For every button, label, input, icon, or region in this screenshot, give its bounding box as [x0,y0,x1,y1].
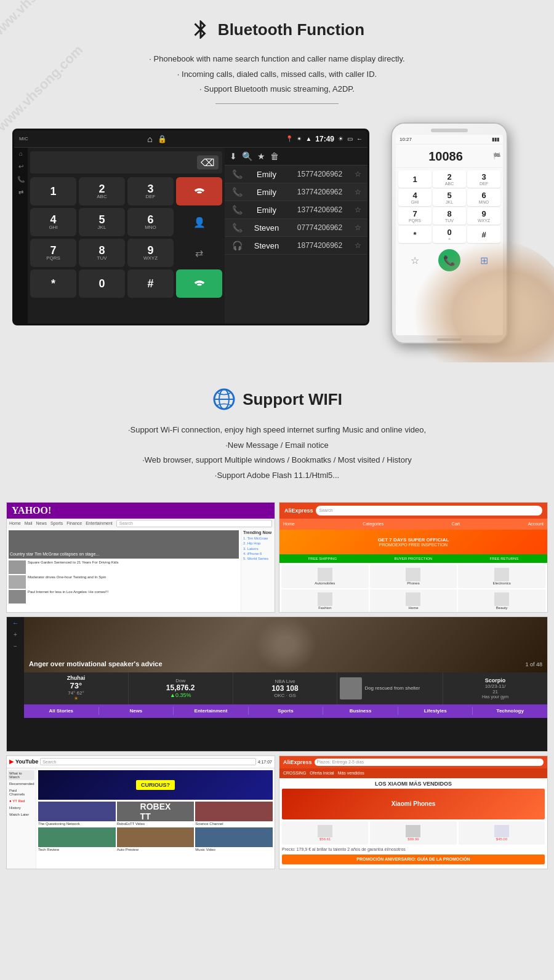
dial-btn-1[interactable]: 1 [30,177,76,205]
contact-row-4[interactable]: 🎧 Steven 18774206962 ☆ [225,237,367,255]
yt-sidebar-home[interactable]: What to Watch [8,770,34,780]
yt-video-5[interactable]: Auto Preview [117,827,195,852]
ali-nav-cart[interactable]: Cart [452,522,460,526]
news-nav-vol[interactable]: + [14,631,17,638]
dial-btn-4[interactable]: 4GHI [30,208,76,236]
dial-btn-7[interactable]: 7PQRS [30,239,76,267]
yahoo-nav-news[interactable]: News [36,521,47,525]
dial-side-contacts[interactable]: 👤 [176,208,222,236]
tab-business[interactable]: Business [323,707,398,715]
yahoo-thumb-1 [9,560,26,574]
backspace-button[interactable]: ⌫ [197,156,219,170]
ali-product-5[interactable]: Home [370,589,457,612]
ali-product-6[interactable]: Beauty [458,589,545,612]
status-bar: MIC ⌂ 🔒 📍 ✴ ▲ 17:49 ☀ ▭ ← [14,130,367,148]
yt-video-4[interactable]: Tech Review [38,827,116,852]
tab-technology[interactable]: Technology [473,707,547,715]
tab-all-stories[interactable]: All Stories [24,707,99,715]
contact-row-1[interactable]: 📞 Emily 13774206962 ☆ [225,183,367,201]
ali2-nav-oferta[interactable]: Oferta Inicial [310,771,334,775]
nav-phone[interactable]: 📞 [17,176,25,183]
yt-video-1[interactable]: The Questioning Network [38,802,116,826]
tab-entertainment[interactable]: Entertainment [174,707,249,715]
dial-btn-9[interactable]: 9WXYZ [127,239,174,267]
yahoo-logo: YAHOO! [12,505,51,516]
phone-btn-4[interactable]: 4GHI [398,189,432,206]
phone-btn-9[interactable]: 9WXYZ [467,207,500,225]
yt-sidebar-paid[interactable]: Paid Channels [8,787,34,797]
dial-btn-hash[interactable]: # [127,269,174,298]
contact-row-3[interactable]: 📞 Steven 07774206962 ☆ [225,219,367,237]
toolbar-star[interactable]: ★ [257,151,265,161]
phone-btn-8[interactable]: 8TUV [433,207,466,225]
ali2-promo-bar[interactable]: PROMOCIÓN ANIVERSARIO: GUÍA DE LA PROMOC… [282,855,545,864]
phone-btn-5[interactable]: 5JKL [433,189,466,206]
tab-lifestyles[interactable]: Lifestyles [398,707,473,715]
ali2-search[interactable]: Plazos: Entrega 2-5 días [315,759,544,766]
phone-star-icon[interactable]: ☆ [411,255,419,266]
phone-btn-7[interactable]: 7PQRS [398,207,432,225]
yahoo-nav-item[interactable]: Home [9,521,21,525]
news-nav-vol2[interactable]: − [14,643,17,650]
yt-search-bar[interactable]: Search [40,758,255,765]
toolbar-search[interactable]: 🔍 [242,151,252,161]
dial-btn-6[interactable]: 6MNO [127,208,174,236]
yahoo-nav-finance[interactable]: Finance [66,521,82,525]
dial-btn-3[interactable]: 3DEF [127,177,174,205]
nav-transfer[interactable]: ⇄ [18,189,23,196]
contact-row-0[interactable]: 📞 Emily 15774206962 ☆ [225,165,367,183]
yahoo-nav-mail[interactable]: Mail [25,521,33,525]
yt-thumb-5 [117,827,195,847]
ali-product-4[interactable]: Fashion [281,589,369,612]
yahoo-thumb-3 [9,590,26,604]
yt-video-2[interactable]: ROBEXTT RoboExTT Video [117,802,195,826]
phone-btn-3[interactable]: 3DEF [467,170,500,188]
nav-home[interactable]: ⌂ [19,150,23,157]
dial-side-transfer[interactable]: ⇄ [176,239,222,267]
phone-btn-2[interactable]: 2ABC [433,170,466,188]
phone-btn-6[interactable]: 6MNO [467,189,500,206]
ali2-nav-crossing[interactable]: CROSSING [283,771,306,775]
contact-row-2[interactable]: 📞 Emily 13774206962 ☆ [225,201,367,219]
dial-btn-5[interactable]: 5JKL [79,208,125,236]
dial-btn-call[interactable] [176,269,222,298]
ali-nav-cat[interactable]: Categories [363,522,383,526]
ali-nav-home[interactable]: Home [283,522,295,526]
news-nav-back[interactable]: ← [12,619,18,626]
yahoo-nav-sports[interactable]: Sports [50,521,63,525]
yahoo-screenshot: YAHOO! Home Mail News Sports Finance Ent… [6,502,275,613]
ali2-price-1[interactable]: $56.61 [282,821,368,845]
yahoo-nav-ent[interactable]: Entertainment [86,521,113,525]
dial-btn-2[interactable]: 2ABC [79,177,125,205]
ali2-price-2[interactable]: $89.99 [370,821,456,845]
dial-btn-end[interactable] [176,177,222,205]
toolbar-download[interactable]: ⬇ [230,151,237,161]
ali2-price-3[interactable]: $45.00 [459,821,545,845]
yt-sidebar-watchlater[interactable]: Watch Later [8,811,34,818]
dial-btn-0[interactable]: 0 [79,269,125,298]
tab-news[interactable]: News [99,707,174,715]
dial-btn-star[interactable]: * [30,269,76,298]
yt-sidebar-recommended[interactable]: Recommended [8,781,34,787]
contact-phone-icon-0: 📞 [231,169,243,179]
phone-btn-0[interactable]: 0+ [433,226,466,243]
ali2-nav-masvendidos[interactable]: Más vendidos [338,771,364,775]
ali-nav-account[interactable]: Account [528,522,544,526]
ali-product-2[interactable]: Phones [370,565,457,588]
nav-back[interactable]: ↩ [18,163,23,170]
ali-search[interactable]: Search [316,506,542,516]
yt-video-grid: The Questioning Network ROBEXTT RoboExTT… [38,802,273,852]
yt-thumb-6 [195,827,273,847]
phone-btn-star[interactable]: * [398,226,432,243]
tab-sports[interactable]: Sports [249,707,324,715]
yahoo-search-bar[interactable]: Search [116,520,272,527]
ali-product-1[interactable]: Automobiles [281,565,369,588]
ali-product-3[interactable]: Electronics [458,565,545,588]
yt-sidebar-history[interactable]: History [8,805,34,811]
yt-sidebar-subscriptions[interactable]: ● YT Red [8,798,34,804]
yt-video-6[interactable]: Music Video [195,827,273,852]
phone-btn-1[interactable]: 1 [398,170,432,188]
toolbar-delete[interactable]: 🗑 [270,151,279,161]
dial-btn-8[interactable]: 8TUV [79,239,125,267]
yt-video-3[interactable]: Science Channel [195,802,273,826]
